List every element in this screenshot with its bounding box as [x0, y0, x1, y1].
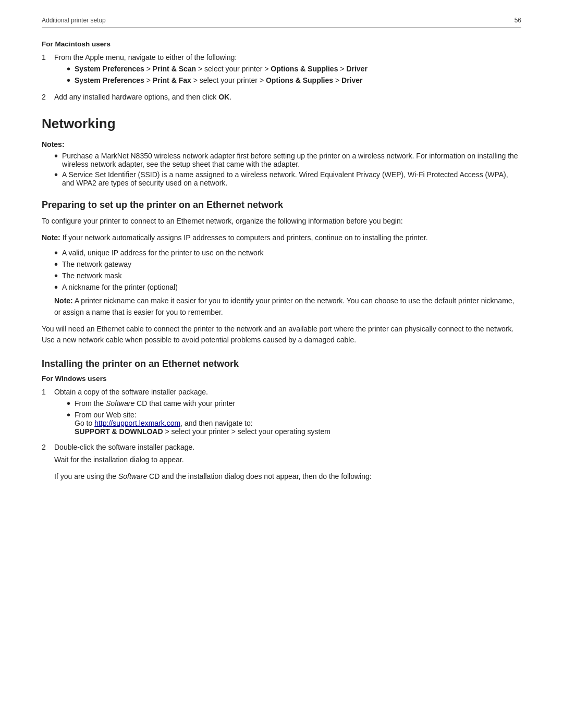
prep-dot-3: • [54, 270, 58, 281]
bullet-dot-1: • [67, 64, 70, 74]
step-2-ok: OK [218, 93, 229, 101]
windows-step-2: 2 Double-click the software installer pa… [42, 443, 521, 487]
win-bullet-text-1: From the Software CD that came with your… [75, 399, 235, 408]
prep-bullet-3: • The network mask [54, 272, 521, 281]
networking-section: Networking Notes: • Purchase a MarkNet N… [42, 116, 521, 187]
prep-bullet-4: • A nickname for the printer (optional) [54, 283, 521, 292]
notes-list: • Purchase a MarkNet N8350 wireless netw… [54, 152, 521, 187]
prep-text-3: The network mask [62, 272, 121, 280]
macintosh-step-1: 1 From the Apple menu, navigate to eithe… [42, 53, 521, 89]
windows-step-1: 1 Obtain a copy of the software installe… [42, 388, 521, 439]
note-dot-2: • [54, 169, 58, 180]
win-step-1-content: Obtain a copy of the software installer … [54, 388, 331, 439]
windows-steps: 1 Obtain a copy of the software installe… [42, 388, 521, 487]
win-dot-2: • [67, 410, 70, 420]
indent-note-para: Note: A printer nickname can make it eas… [54, 295, 521, 318]
ethernet-prep-title: Preparing to set up the printer on an Et… [42, 200, 521, 211]
note-text-1: Purchase a MarkNet N8350 wireless networ… [62, 152, 521, 168]
note-text: If your network automatically assigns IP… [60, 233, 428, 242]
step-number-1: 1 [42, 53, 50, 61]
note-dot-1: • [54, 151, 58, 161]
bullet-dot-2: • [67, 75, 70, 85]
wait-line: Wait for the installation dialog to appe… [54, 454, 372, 466]
bullet-item-1: • System Preferences > Print & Scan > se… [67, 65, 368, 74]
win-dot-1: • [67, 398, 70, 409]
win-step-1-bullets: • From the Software CD that came with yo… [67, 399, 331, 436]
win-bullet-text-2: From our Web site: Go to http://support.… [75, 411, 331, 436]
support-download-line: SUPPORT & DOWNLOAD > select your printer… [75, 427, 331, 436]
macintosh-bullet-list: • System Preferences > Print & Scan > se… [67, 65, 368, 85]
prep-text-2: The network gateway [62, 260, 131, 268]
win-step-num-1: 1 [42, 388, 50, 396]
macintosh-section: For Macintosh users 1 From the Apple men… [42, 40, 521, 101]
note-label: Note: [42, 233, 60, 242]
software-cd-line: If you are using the Software CD and the… [54, 471, 372, 483]
bullet-text-1: System Preferences > Print & Scan > sele… [75, 65, 368, 73]
ethernet-install-section: Installing the printer on an Ethernet ne… [42, 359, 521, 487]
indent-note-block: Note: A printer nickname can make it eas… [54, 295, 521, 318]
note-item-1: • Purchase a MarkNet N8350 wireless netw… [54, 152, 521, 168]
step-1-content: From the Apple menu, navigate to either … [54, 53, 368, 89]
header-left: Additional printer setup [42, 17, 106, 24]
ethernet-install-title: Installing the printer on an Ethernet ne… [42, 359, 521, 369]
indent-note-text: A printer nickname can make it easier fo… [54, 297, 514, 316]
prep-text-1: A valid, unique IP address for the print… [62, 249, 264, 257]
prep-text-4: A nickname for the printer (optional) [62, 283, 178, 291]
page-number: 56 [515, 17, 521, 24]
ethernet-prep-section: Preparing to set up the printer on an Et… [42, 200, 521, 346]
win-step-2-content: Double-click the software installer pack… [54, 443, 372, 487]
software-italic-2: Software [118, 472, 147, 480]
win-step-1-text: Obtain a copy of the software installer … [54, 388, 208, 396]
step-2-text: Add any installed hardware options, and … [54, 93, 231, 101]
ethernet-prep-bullets: • A valid, unique IP address for the pri… [54, 249, 521, 292]
ethernet-prep-intro: To configure your printer to connect to … [42, 216, 521, 227]
networking-title: Networking [42, 116, 521, 132]
note-item-2: • A Service Set Identifier (SSID) is a n… [54, 170, 521, 187]
notes-label: Notes: [42, 140, 521, 149]
macintosh-steps: 1 From the Apple menu, navigate to eithe… [42, 53, 521, 101]
macintosh-step-2: 2 Add any installed hardware options, an… [42, 93, 521, 101]
win-bullet-1: • From the Software CD that came with yo… [67, 399, 331, 409]
bullet-item-2: • System Preferences > Print & Fax > sel… [67, 76, 368, 85]
step-2-content: Add any installed hardware options, and … [54, 93, 231, 101]
prep-bullet-1: • A valid, unique IP address for the pri… [54, 249, 521, 258]
ethernet-prep-closing: You will need an Ethernet cable to conne… [42, 324, 521, 346]
prep-dot-2: • [54, 259, 58, 269]
bullet-text-2: System Preferences > Print & Fax > selec… [75, 76, 363, 84]
step-number-2: 2 [42, 93, 50, 101]
macintosh-heading: For Macintosh users [42, 40, 521, 48]
notes-block: Notes: • Purchase a MarkNet N8350 wirele… [42, 140, 521, 187]
win-step-num-2: 2 [42, 443, 50, 451]
lexmark-link[interactable]: http://support.lexmark.com [94, 419, 180, 427]
step-1-text: From the Apple menu, navigate to either … [54, 53, 237, 61]
software-italic-1: Software [106, 399, 134, 408]
prep-bullet-2: • The network gateway [54, 260, 521, 269]
prep-dot-1: • [54, 248, 58, 258]
ethernet-prep-note: Note: If your network automatically assi… [42, 232, 521, 244]
win-step-2-text: Double-click the software installer pack… [54, 443, 194, 451]
support-download-bold: SUPPORT & DOWNLOAD [75, 427, 163, 436]
page: Additional printer setup 56 For Macintos… [0, 0, 563, 728]
website-line: Go to http://support.lexmark.com, and th… [75, 419, 253, 427]
page-header: Additional printer setup 56 [42, 17, 521, 28]
indent-note-label: Note: [54, 297, 73, 305]
prep-dot-4: • [54, 282, 58, 292]
win-bullet-2: • From our Web site: Go to http://suppor… [67, 411, 331, 436]
windows-heading: For Windows users [42, 375, 521, 382]
note-text-2: A Service Set Identifier (SSID) is a nam… [62, 170, 521, 187]
